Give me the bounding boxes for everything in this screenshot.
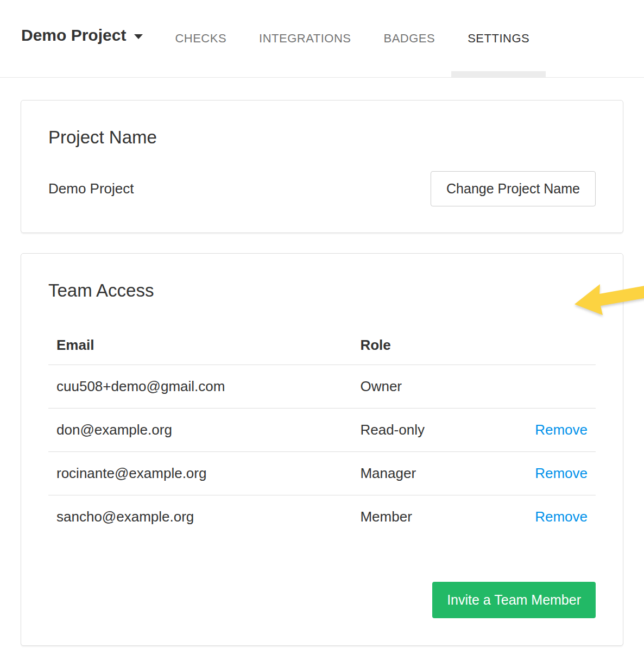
member-action-cell (508, 365, 596, 408)
active-tab-indicator (451, 71, 546, 77)
team-members-table: Email Role cuu508+demo@gmail.com Owner d… (48, 337, 596, 538)
table-row: cuu508+demo@gmail.com Owner (48, 365, 596, 408)
tab-settings[interactable]: SETTINGS (451, 0, 546, 71)
member-email: sancho@example.org (48, 495, 352, 538)
role-column-header: Role (352, 337, 508, 365)
email-column-header: Email (48, 337, 352, 365)
member-role: Owner (352, 365, 508, 408)
remove-member-link[interactable]: Remove (535, 422, 588, 438)
project-dropdown[interactable]: Demo Project (21, 26, 143, 45)
member-action-cell: Remove (508, 495, 596, 538)
project-name-card: Project Name Demo Project Change Project… (21, 100, 623, 233)
change-project-name-button[interactable]: Change Project Name (431, 171, 596, 206)
member-role: Read-only (352, 408, 508, 451)
project-dropdown-label: Demo Project (21, 26, 126, 45)
settings-content: Project Name Demo Project Change Project… (0, 78, 644, 646)
top-nav: Demo Project CHECKS INTEGRATIONS BADGES … (0, 0, 644, 78)
member-action-cell: Remove (508, 451, 596, 495)
table-header-row: Email Role (48, 337, 596, 365)
settings-page: Demo Project CHECKS INTEGRATIONS BADGES … (0, 0, 644, 666)
member-email: cuu508+demo@gmail.com (48, 365, 352, 408)
member-action-cell: Remove (508, 408, 596, 451)
tab-integrations-label: INTEGRATIONS (259, 32, 351, 46)
current-project-name: Demo Project (48, 180, 134, 197)
table-row: sancho@example.org Member Remove (48, 495, 596, 538)
project-name-row: Demo Project Change Project Name (48, 171, 596, 206)
tab-checks[interactable]: CHECKS (159, 0, 243, 71)
actions-column-header (508, 337, 596, 365)
tab-badges-label: BADGES (383, 32, 435, 46)
tab-badges[interactable]: BADGES (367, 0, 451, 71)
member-email: don@example.org (48, 408, 352, 451)
remove-member-link[interactable]: Remove (535, 465, 588, 481)
invite-team-member-button[interactable]: Invite a Team Member (432, 582, 596, 618)
team-access-card: Team Access Email Role cuu508+demo@gmail… (21, 253, 623, 645)
table-row: don@example.org Read-only Remove (48, 408, 596, 451)
invite-button-row: Invite a Team Member (48, 582, 596, 618)
member-role: Member (352, 495, 508, 538)
project-name-title: Project Name (48, 128, 596, 147)
remove-member-link[interactable]: Remove (535, 508, 588, 525)
nav-tabs: CHECKS INTEGRATIONS BADGES SETTINGS (159, 0, 546, 71)
table-row: rocinante@example.org Manager Remove (48, 451, 596, 495)
member-role: Manager (352, 451, 508, 495)
tab-checks-label: CHECKS (175, 32, 226, 46)
tab-integrations[interactable]: INTEGRATIONS (243, 0, 367, 71)
tab-settings-label: SETTINGS (468, 32, 529, 46)
team-access-title: Team Access (48, 281, 596, 300)
member-email: rocinante@example.org (48, 451, 352, 495)
chevron-down-icon (134, 34, 143, 39)
